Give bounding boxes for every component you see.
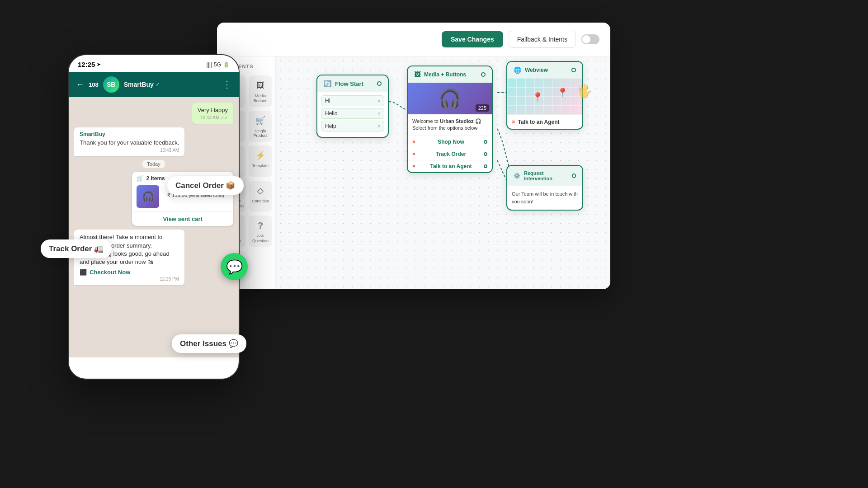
headphone-visual: 🎧: [439, 88, 461, 109]
media-badge: 225: [476, 104, 489, 112]
webview-node[interactable]: 🌐 Webview 📍 📍 × Talk to an Agent: [506, 61, 583, 130]
single-product-icon: 🛒: [254, 114, 267, 127]
sidebar-item-condition[interactable]: ◇ Condition: [249, 181, 272, 212]
checkout-time: 12:25 PM: [80, 277, 179, 282]
sidebar-item-single-product[interactable]: 🛒 Single Product: [249, 111, 272, 142]
media-buttons-node[interactable]: 🖼 Media + Buttons 🎧 225 Welcome to Urban…: [407, 66, 493, 173]
track-order-x[interactable]: ×: [412, 151, 415, 157]
chat-header: ← 108 SB SmartBuy ✓ ⋮: [69, 72, 239, 97]
tag-help-close[interactable]: ×: [377, 124, 380, 129]
talk-agent-label: Talk to an Agent: [430, 163, 472, 169]
request-intervention-node[interactable]: ⚙️ Request Intervention Our Team will be…: [506, 165, 583, 211]
shop-now-label: Shop Now: [438, 139, 464, 145]
talk-agent-x[interactable]: ×: [412, 163, 415, 169]
map-grid: [507, 78, 582, 114]
request-intervention-node-icon: ⚙️: [514, 173, 520, 179]
map-pin-1: 📍: [532, 92, 543, 103]
flow-start-node[interactable]: 🔄 Flow Start Hi × Hello × Help ×: [316, 75, 389, 138]
fallback-intents-button[interactable]: Fallback & Intents: [509, 31, 576, 48]
request-intervention-body: Our Team will be in touch with you soon!: [507, 186, 582, 210]
whatsapp-icon: 💬: [226, 259, 243, 275]
whatsapp-fab[interactable]: 💬: [221, 253, 248, 280]
message-count-badge: 108: [89, 81, 99, 88]
shop-now-btn[interactable]: × Shop Now: [408, 136, 492, 148]
track-order-btn[interactable]: × Track Order: [408, 148, 492, 160]
cart-items-count: 2 items: [146, 175, 165, 182]
view-sent-cart-btn[interactable]: View sent cart: [132, 211, 233, 226]
track-order-dot: [484, 152, 487, 156]
webview-talk-btn[interactable]: × Talk to an Agent: [507, 114, 582, 129]
phone-time: 12:25 ➤: [78, 61, 100, 68]
brand-name-display: SmartBuy ✓: [124, 81, 218, 88]
sent-text: Very Happy: [198, 106, 228, 114]
talk-agent-dot: [484, 164, 487, 168]
flow-body: CONTENTS ☰ Text Buttons 🖼 Media Buttons …: [217, 56, 610, 289]
sidebar-item-template[interactable]: ⚡ Template: [249, 145, 272, 177]
toggle-switch[interactable]: [581, 34, 599, 44]
single-product-label: Single Product: [251, 129, 270, 139]
webview-icon: 🌐: [514, 66, 521, 74]
webview-title: Webview: [525, 67, 548, 73]
ask-question-icon: ?: [254, 219, 267, 232]
phone-status-bar: 12:25 ➤ |||| 5G 🔋: [69, 55, 239, 72]
cart-icon: 🛒: [137, 175, 143, 182]
verified-icon: ✓: [156, 81, 160, 88]
webview-header: 🌐 Webview: [507, 62, 582, 78]
tag-hello[interactable]: Hello ×: [321, 108, 384, 119]
media-buttons-label: Media Buttons: [251, 94, 270, 103]
media-image-container: 🎧 225: [408, 83, 492, 114]
media-description: Welcome to Urban Studioz 🎧Select from th…: [408, 114, 492, 136]
today-divider: Today: [142, 160, 165, 168]
chat-menu-icon[interactable]: ⋮: [222, 79, 231, 90]
flow-canvas: 🔄 Flow Start Hi × Hello × Help ×: [276, 56, 610, 289]
flow-start-icon: 🔄: [324, 80, 331, 87]
sidebar-item-ask-question[interactable]: ? Ask Question: [249, 216, 272, 247]
request-intervention-node-title: Request Intervention: [524, 170, 568, 181]
back-arrow[interactable]: ←: [76, 80, 84, 89]
webview-btn-label: Talk to an Agent: [518, 119, 560, 125]
tag-hello-close[interactable]: ×: [377, 111, 380, 116]
checkout-label: Checkout Now: [90, 269, 130, 276]
template-label: Template: [252, 164, 269, 169]
cursor-icon: 🖐: [576, 84, 592, 99]
cancel-order-bubble[interactable]: Cancel Order 📦: [167, 176, 244, 195]
map-preview: 📍 📍: [507, 78, 582, 114]
checkout-btn[interactable]: ⬛ Checkout Now: [80, 269, 179, 276]
flow-start-connector: [377, 81, 382, 86]
media-buttons-node-title: Media + Buttons: [424, 71, 466, 78]
condition-icon: ◇: [254, 184, 267, 197]
webview-btn-x[interactable]: ×: [512, 118, 515, 125]
checkout-icon: ⬛: [80, 269, 87, 276]
sender-name-label: SmartBuy: [80, 131, 179, 137]
received-text-feedback: Thank you for your valuable feedback.: [80, 139, 179, 147]
tag-hi-close[interactable]: ×: [377, 99, 380, 103]
other-issues-bubble[interactable]: Other Issues 💬: [172, 334, 246, 353]
flow-start-header: 🔄 Flow Start: [317, 75, 388, 92]
sidebar-item-media-buttons[interactable]: 🖼 Media Buttons: [249, 75, 272, 107]
tag-help[interactable]: Help ×: [321, 121, 384, 131]
media-buttons-header: 🖼 Media + Buttons: [408, 66, 492, 83]
media-buttons-icon: 🖼: [254, 79, 267, 92]
brand-avatar: SB: [103, 76, 119, 93]
chat-name-row: SmartBuy ✓: [124, 81, 218, 88]
location-arrow: ➤: [97, 62, 100, 67]
sent-message-very-happy: Very Happy 10:43 AM ✓✓: [192, 103, 233, 124]
condition-label: Condition: [252, 199, 269, 204]
shop-now-x[interactable]: ×: [412, 139, 415, 145]
received-time-feedback: 10:43 AM: [80, 148, 179, 153]
shop-now-dot: [484, 140, 487, 144]
track-order-bubble[interactable]: Track Order 🚛: [41, 239, 112, 258]
media-buttons-node-icon: 🖼: [414, 71, 420, 78]
save-changes-button[interactable]: Save Changes: [442, 31, 503, 47]
talk-agent-btn[interactable]: × Talk to an Agent: [408, 160, 492, 172]
webview-connector: [571, 68, 576, 72]
map-pin-2: 📍: [557, 87, 568, 98]
request-intervention-header: ⚙️ Request Intervention: [507, 166, 582, 186]
phone-mockup: 12:25 ➤ |||| 5G 🔋 ← 108 SB SmartBuy ✓ ⋮ …: [68, 54, 240, 380]
template-icon: ⚡: [254, 149, 267, 162]
tag-hi[interactable]: Hi ×: [321, 95, 384, 106]
request-connector: [572, 174, 576, 178]
flow-start-title: Flow Start: [335, 80, 363, 87]
phone-signals: |||| 5G 🔋: [207, 61, 230, 68]
media-buttons-connector: [481, 72, 486, 77]
